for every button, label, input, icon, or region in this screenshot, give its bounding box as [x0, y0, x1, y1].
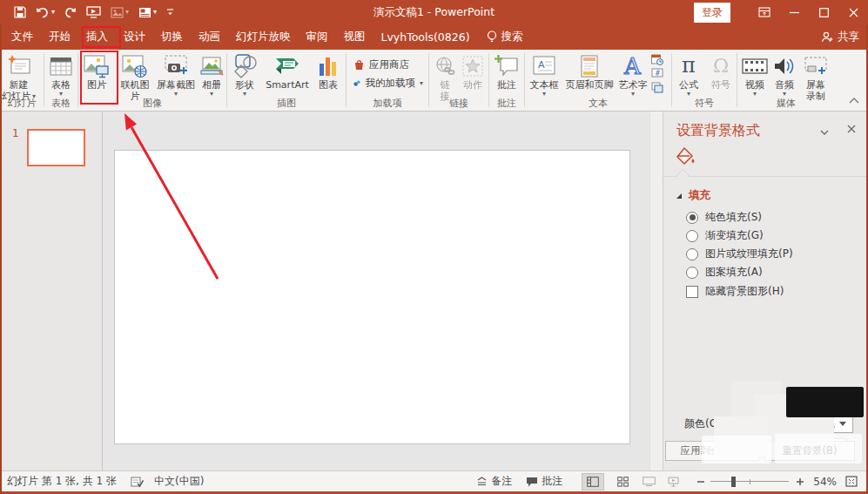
- tab-animations[interactable]: 动画: [191, 24, 228, 50]
- insert-picture-qat-button[interactable]: ▾: [111, 7, 129, 18]
- object-icon[interactable]: [651, 82, 663, 93]
- zoom-level[interactable]: 54%: [813, 476, 837, 488]
- comment-button[interactable]: 批注: [493, 51, 521, 91]
- plus-icon: [796, 477, 804, 486]
- tab-transitions[interactable]: 切换: [153, 24, 191, 50]
- radio-solid-fill[interactable]: 纯色填充(S): [686, 210, 762, 225]
- tab-slideshow[interactable]: 幻灯片放映: [228, 24, 299, 50]
- online-pictures-icon: [122, 52, 148, 79]
- layout-icon: [138, 7, 151, 18]
- slide-editing-area[interactable]: [114, 150, 630, 444]
- store-icon: [353, 59, 365, 71]
- slide-count-status[interactable]: 幻灯片 第 1 张, 共 1 张: [7, 474, 117, 489]
- pane-options-button[interactable]: [820, 125, 829, 138]
- fill-tab-button[interactable]: [675, 146, 696, 170]
- radio-pattern-fill[interactable]: 图案填充(A): [686, 265, 763, 280]
- video-button[interactable]: 视频 ▾: [740, 51, 770, 98]
- ribbon-display-options-button[interactable]: [750, 0, 779, 24]
- slide-sorter-view-button[interactable]: [611, 473, 634, 491]
- zoom-slider[interactable]: [710, 477, 789, 487]
- language-status[interactable]: 中文(中国): [154, 474, 204, 489]
- smartart-button[interactable]: SmartArt: [262, 51, 313, 91]
- radio-picture-texture-fill[interactable]: 图片或纹理填充(P): [686, 247, 793, 261]
- group-comments: 批注 批注: [489, 50, 524, 111]
- save-button[interactable]: [14, 6, 26, 18]
- slide-thumbnail[interactable]: [27, 129, 85, 166]
- online-pictures-button[interactable]: 联机图片: [115, 51, 155, 102]
- radio-icon: [686, 230, 698, 242]
- customize-qat-button[interactable]: [166, 8, 174, 17]
- zoom-slider-thumb[interactable]: [731, 477, 736, 487]
- undo-icon: [36, 7, 50, 18]
- vertical-scrollbar[interactable]: [649, 112, 663, 470]
- spell-check-button[interactable]: [131, 476, 144, 488]
- collapse-ribbon-button[interactable]: [849, 91, 859, 107]
- minimize-button[interactable]: [779, 0, 809, 24]
- close-button[interactable]: [838, 0, 868, 24]
- tab-lvyhtools[interactable]: LvyhTools(0826): [373, 24, 478, 50]
- tab-review[interactable]: 审阅: [299, 24, 336, 50]
- share-button[interactable]: 共享: [821, 24, 859, 50]
- start-slideshow-button[interactable]: [86, 6, 101, 18]
- my-addins-button[interactable]: 我的加载项 ▾: [347, 73, 428, 91]
- tab-file[interactable]: 文件: [3, 24, 41, 50]
- radio-gradient-fill[interactable]: 渐变填充(G): [686, 228, 764, 243]
- my-addins-icon: [353, 78, 360, 89]
- action-label: 动作: [463, 79, 482, 91]
- layout-qat-button[interactable]: ▾: [138, 7, 157, 18]
- pane-close-button[interactable]: [847, 124, 856, 136]
- screenshot-button[interactable]: 屏幕截图 ▾: [155, 51, 197, 98]
- smartart-label: SmartArt: [266, 79, 309, 91]
- my-addins-label: 我的加载项: [365, 77, 415, 90]
- undo-button[interactable]: ▾: [36, 7, 55, 18]
- slideshow-view-button[interactable]: [662, 473, 684, 491]
- equation-button[interactable]: π 公式 ▾: [674, 51, 703, 98]
- equation-icon: π: [682, 52, 696, 79]
- close-icon: [849, 8, 858, 17]
- shapes-button[interactable]: 形状 ▾: [227, 51, 262, 98]
- date-time-icon[interactable]: [651, 54, 663, 65]
- chart-button[interactable]: 图表: [313, 51, 344, 91]
- table-button[interactable]: 表格 ▾: [48, 51, 74, 98]
- redo-button[interactable]: [64, 7, 77, 18]
- link-button[interactable]: 链 接: [433, 51, 457, 102]
- fill-section-header[interactable]: 填充: [676, 188, 710, 203]
- checkbox-icon: [686, 286, 698, 298]
- chart-icon: [318, 52, 339, 79]
- annotation-box-insert-tab: [82, 26, 121, 48]
- table-icon: [50, 52, 72, 79]
- audio-button[interactable]: 音频 ▾: [770, 51, 799, 98]
- tab-home[interactable]: 开始: [41, 24, 78, 50]
- reading-view-button[interactable]: [637, 473, 660, 491]
- text-box-button[interactable]: A 文本框 ▾: [525, 51, 563, 98]
- photo-album-button[interactable]: 相册 ▾: [197, 51, 226, 98]
- fit-to-window-button[interactable]: [845, 476, 858, 487]
- comment-icon: [495, 52, 519, 79]
- group-label-comments: 批注: [489, 97, 524, 110]
- header-footer-button[interactable]: 页眉和页脚: [563, 51, 616, 91]
- new-slide-label: 新建: [10, 79, 29, 91]
- svg-text:A: A: [623, 54, 642, 78]
- video-icon: [742, 52, 768, 79]
- notes-button[interactable]: 备注: [476, 474, 512, 489]
- zoom-out-button[interactable]: [696, 477, 705, 486]
- normal-view-button[interactable]: [582, 473, 604, 491]
- tab-design[interactable]: 设计: [116, 24, 153, 50]
- store-button[interactable]: 应用商店: [347, 55, 428, 73]
- slide-number-icon[interactable]: #: [651, 68, 663, 79]
- section-expand-icon: [676, 193, 683, 200]
- radio-icon: [686, 248, 698, 261]
- symbol-button[interactable]: Ω 符号: [707, 51, 735, 91]
- maximize-button[interactable]: [809, 0, 838, 24]
- new-slide-button[interactable]: 新建 幻灯片▾: [0, 51, 37, 102]
- checkbox-hide-background[interactable]: 隐藏背景图形(H): [686, 284, 784, 299]
- wordart-button[interactable]: A 艺术字 ▾: [616, 51, 650, 98]
- tell-me-search[interactable]: 搜索: [478, 30, 532, 44]
- zoom-in-button[interactable]: [796, 477, 804, 486]
- action-button[interactable]: 动作: [461, 51, 485, 91]
- tab-view[interactable]: 视图: [336, 24, 373, 50]
- login-button[interactable]: 登录: [694, 3, 730, 23]
- glitch-artifact: [775, 434, 862, 464]
- comments-button[interactable]: 批注: [526, 474, 562, 489]
- screen-recording-button[interactable]: 屏幕 录制: [799, 51, 832, 102]
